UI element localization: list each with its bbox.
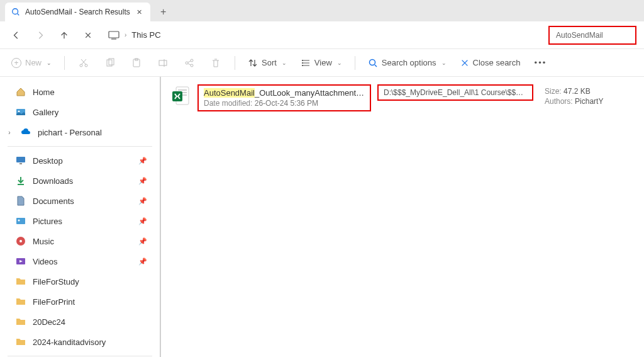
sidebar-item-downloads[interactable]: Downloads 📌 (0, 171, 160, 191)
sidebar-item-folder[interactable]: FileForPrint (0, 292, 160, 312)
tab-close-icon[interactable]: ✕ (135, 8, 144, 16)
svg-line-22 (375, 65, 377, 67)
chevron-down-icon: ⌄ (47, 60, 52, 66)
sidebar-item-videos[interactable]: Videos 📌 (0, 251, 160, 271)
close-icon (460, 59, 469, 67)
sidebar: Home Gallery › pichart - Personal Deskto… (0, 77, 161, 357)
svg-point-13 (191, 59, 193, 62)
chevron-right-icon[interactable]: › (5, 129, 14, 136)
folder-icon (15, 316, 26, 327)
excel-file-icon (171, 86, 191, 106)
view-icon (301, 58, 311, 68)
separator (235, 56, 235, 70)
svg-point-4 (80, 64, 82, 67)
new-button[interactable]: + New ⌄ (6, 53, 57, 73)
svg-point-19 (302, 62, 303, 64)
chevron-down-icon: ⌄ (441, 60, 447, 66)
nav-bar: › This PC AutoSendMail (0, 21, 644, 49)
svg-rect-26 (19, 163, 22, 164)
search-result-row[interactable]: AutoSendMail_OutLook_manyAttachment.x… D… (171, 84, 634, 111)
search-query: AutoSendMail (556, 31, 603, 40)
up-button[interactable] (53, 24, 75, 47)
pin-icon: 📌 (138, 157, 147, 165)
new-tab-button[interactable]: + (154, 3, 173, 21)
sort-icon (248, 58, 258, 68)
search-tab-icon (11, 8, 20, 16)
main-area: Home Gallery › pichart - Personal Deskto… (0, 77, 644, 357)
result-modified: Date modified: 26-Oct-24 5:36 PM (204, 99, 365, 108)
share-button[interactable] (178, 53, 201, 73)
monitor-icon (108, 31, 119, 40)
cut-button[interactable] (72, 53, 95, 73)
pin-icon: 📌 (138, 217, 147, 225)
rename-button[interactable] (152, 53, 174, 73)
music-icon (15, 235, 26, 247)
video-icon (15, 256, 26, 267)
view-button[interactable]: View ⌄ (296, 53, 347, 73)
pin-icon: 📌 (138, 197, 147, 205)
delete-button[interactable] (204, 53, 227, 73)
svg-rect-25 (16, 157, 25, 162)
pin-icon: 📌 (138, 237, 147, 246)
address-bar[interactable]: › This PC (101, 30, 547, 40)
back-button[interactable] (5, 24, 28, 47)
pin-icon: 📌 (138, 177, 147, 185)
home-icon (15, 86, 26, 98)
chevron-down-icon: ⌄ (282, 60, 287, 66)
result-filename: AutoSendMail_OutLook_manyAttachment.x… (204, 88, 365, 98)
sidebar-personal[interactable]: › pichart - Personal (0, 122, 160, 142)
result-name-column: AutoSendMail_OutLook_manyAttachment.x… D… (197, 84, 371, 111)
sort-button[interactable]: Sort ⌄ (243, 53, 292, 73)
cloud-icon (20, 127, 31, 138)
close-search-button[interactable]: Close search (455, 53, 526, 73)
more-button[interactable]: ••• (529, 53, 552, 73)
pictures-icon (15, 215, 26, 227)
title-bar: AutoSendMail - Search Results ✕ + (0, 0, 644, 21)
svg-point-20 (302, 65, 303, 66)
svg-rect-2 (109, 31, 119, 38)
folder-icon (15, 276, 26, 287)
content-area: AutoSendMail_OutLook_manyAttachment.x… D… (161, 77, 644, 357)
svg-point-12 (186, 62, 188, 64)
divider (8, 356, 152, 356)
folder-icon (15, 336, 26, 348)
result-meta-column: Size: 47.2 KB Authors: PichartY (540, 84, 608, 110)
sidebar-gallery[interactable]: Gallery (0, 102, 160, 122)
sidebar-item-folder[interactable]: 2024-kanditadvisory (0, 332, 160, 352)
sidebar-item-documents[interactable]: Documents 📌 (0, 191, 160, 211)
svg-point-29 (18, 220, 20, 222)
svg-point-18 (302, 60, 303, 61)
pin-icon: 📌 (138, 258, 147, 266)
sidebar-item-pictures[interactable]: Pictures 📌 (0, 211, 160, 231)
plus-circle-icon: + (11, 58, 21, 68)
search-icon (368, 58, 378, 68)
result-path-column: D:\$$$_MyDriveE_Dell_All\1 Course\$$$_01… (377, 84, 533, 101)
svg-point-0 (13, 9, 18, 14)
svg-rect-10 (159, 60, 167, 65)
divider (8, 146, 152, 147)
sidebar-item-folder[interactable]: FileForStudy (0, 271, 160, 292)
breadcrumb-location[interactable]: This PC (131, 30, 160, 40)
ellipsis-icon: ••• (535, 58, 547, 67)
svg-rect-38 (178, 89, 187, 91)
close-nav-button[interactable] (77, 24, 99, 47)
sidebar-item-folder[interactable]: 20Dec24 (0, 312, 160, 332)
separator (355, 56, 355, 70)
svg-point-5 (85, 64, 87, 67)
paste-button[interactable] (125, 53, 148, 73)
svg-line-1 (18, 14, 19, 16)
window-tab[interactable]: AutoSendMail - Search Results ✕ (5, 3, 150, 21)
search-options-button[interactable]: Search options ⌄ (363, 53, 452, 73)
sidebar-home[interactable]: Home (0, 82, 160, 102)
sidebar-item-music[interactable]: Music 📌 (0, 231, 160, 251)
forward-button[interactable] (29, 24, 52, 47)
search-input[interactable]: AutoSendMail (548, 26, 636, 45)
gallery-icon (15, 106, 26, 118)
toolbar: + New ⌄ Sort ⌄ View ⌄ Search options ⌄ C… (0, 49, 644, 77)
separator (64, 56, 65, 70)
chevron-down-icon: ⌄ (337, 60, 342, 66)
copy-button[interactable] (99, 53, 121, 73)
download-icon (15, 175, 26, 186)
svg-rect-28 (16, 218, 25, 224)
sidebar-item-desktop[interactable]: Desktop 📌 (0, 150, 160, 171)
